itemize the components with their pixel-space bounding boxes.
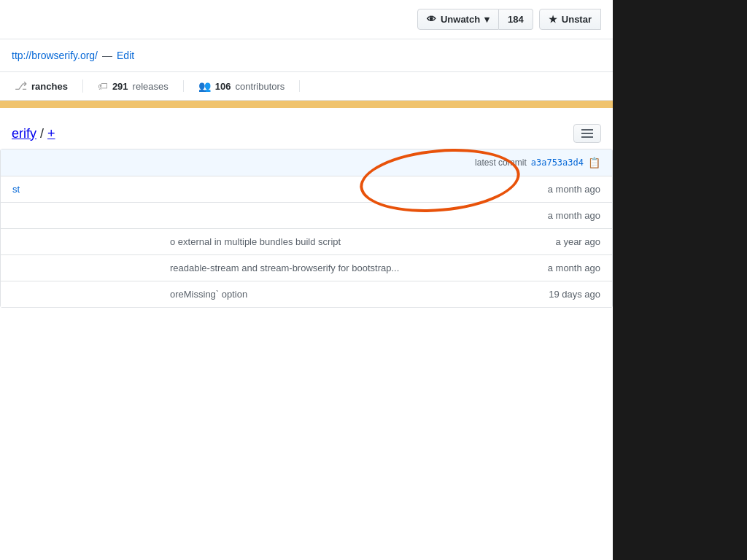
contributors-count: 106 [215, 81, 231, 92]
table-row: o external in multiple bundles build scr… [1, 229, 612, 255]
file-name: st [12, 184, 158, 195]
file-table-header: latest commit a3a753a3d4 📋 [1, 149, 612, 176]
dark-panel [613, 0, 747, 560]
file-table: latest commit a3a753a3d4 📋 st a month ag… [0, 149, 613, 308]
releases-label: releases [133, 81, 169, 92]
file-time: 19 days ago [513, 289, 600, 300]
list-view-icon [581, 129, 593, 138]
contributors-icon: 👥 [198, 80, 211, 92]
contributors-label: contributors [235, 81, 285, 92]
tag-icon: 🏷 [98, 80, 108, 92]
file-commit: oreMissing` option [158, 289, 513, 300]
website-link[interactable]: ttp://browserify.org/ [12, 50, 98, 61]
star-icon: ★ [549, 14, 557, 25]
file-time: a year ago [513, 236, 600, 247]
commit-hash-link[interactable]: a3a753a3d4 [531, 158, 584, 168]
breadcrumb-add[interactable]: + [47, 126, 55, 141]
eye-icon: 👁 [427, 14, 436, 25]
table-row: readable-stream and stream-browserify fo… [1, 255, 612, 281]
breadcrumb-link[interactable]: erify [12, 126, 36, 141]
edit-link[interactable]: Edit [117, 50, 134, 61]
branches-stat[interactable]: ⎇ ranches [0, 79, 83, 93]
file-time: a month ago [513, 210, 600, 221]
table-row: oreMissing` option 19 days ago [1, 281, 612, 307]
releases-count: 291 [112, 81, 128, 92]
unstar-label: Unstar [562, 14, 592, 25]
branches-label: ranches [31, 81, 68, 92]
releases-stat[interactable]: 🏷 291 releases [83, 80, 184, 92]
breadcrumb-separator: / [36, 126, 47, 141]
latest-commit-label: latest commit [475, 158, 527, 168]
language-bar [0, 101, 613, 108]
unwatch-count[interactable]: 184 [499, 9, 533, 30]
copy-icon[interactable]: 📋 [588, 157, 600, 168]
description-bar: ttp://browserify.org/ — Edit [0, 39, 613, 71]
unwatch-label: Unwatch [441, 14, 480, 25]
list-view-button[interactable] [573, 124, 601, 143]
stats-bar: ⎇ ranches 🏷 291 releases 👥 106 contribut… [0, 71, 613, 101]
table-row: st a month ago [1, 176, 612, 203]
table-row: a month ago [1, 203, 612, 229]
file-time: a month ago [513, 184, 600, 195]
branch-icon: ⎇ [15, 79, 27, 93]
unwatch-button[interactable]: 👁 Unwatch ▾ [417, 9, 499, 30]
dropdown-arrow-icon: ▾ [484, 14, 489, 25]
breadcrumb: erify / + [12, 126, 55, 141]
file-commit: readable-stream and stream-browserify fo… [158, 262, 513, 273]
file-browser-header: erify / + [0, 118, 613, 149]
separator: — [102, 50, 112, 61]
file-commit: o external in multiple bundles build scr… [158, 236, 513, 247]
file-time: a month ago [513, 262, 600, 273]
contributors-stat[interactable]: 👥 106 contributors [184, 80, 301, 92]
unstar-button[interactable]: ★ Unstar [539, 9, 601, 30]
